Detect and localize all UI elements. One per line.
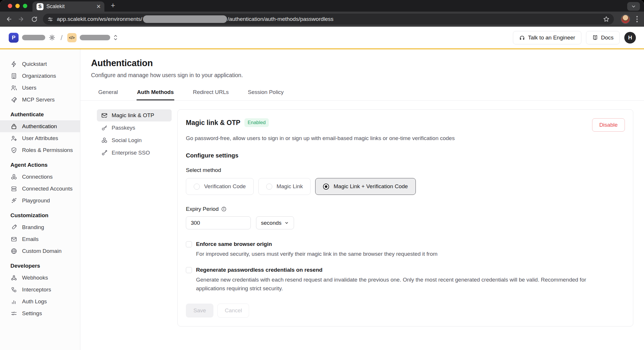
bar-chart-icon	[10, 298, 17, 305]
radio-icon	[266, 184, 272, 190]
tab-close-icon[interactable]: ✕	[96, 4, 101, 9]
method-nav-label: Passkeys	[112, 125, 135, 131]
sidebar-item-label: Emails	[22, 236, 39, 242]
site-settings-icon[interactable]	[46, 15, 55, 23]
method-nav-label: Enterprise SSO	[112, 150, 150, 156]
save-button[interactable]: Save	[186, 304, 213, 318]
address-bar[interactable]: app.scalekit.com/ws/environments//authen…	[43, 14, 614, 25]
browser-profile-avatar[interactable]	[621, 14, 630, 24]
minimize-window-button[interactable]	[15, 4, 20, 8]
project-logo[interactable]: P	[9, 33, 19, 43]
cubes-icon	[101, 137, 108, 144]
sidebar-item-connections[interactable]: Connections	[0, 171, 80, 183]
sidebar-item-label: Webhooks	[22, 275, 48, 281]
tab-session-policy[interactable]: Session Policy	[247, 86, 284, 100]
environment-badge[interactable]: </>	[67, 33, 77, 42]
book-icon	[592, 35, 598, 41]
sidebar-item-interceptors[interactable]: Interceptors	[0, 284, 80, 295]
radio-label: Magic Link	[277, 183, 303, 190]
headphones-icon	[519, 35, 525, 41]
enforce-origin-row: Enforce same browser origin	[186, 241, 625, 247]
page-subtitle: Configure and manage how users sign in t…	[91, 72, 644, 79]
code-icon: </>	[69, 35, 75, 40]
disable-button[interactable]: Disable	[592, 118, 625, 132]
reload-icon	[31, 16, 38, 23]
enforce-origin-label: Enforce same browser origin	[196, 241, 272, 247]
page-title: Authentication	[91, 58, 644, 68]
select-method-label: Select method	[186, 167, 625, 173]
app-header: P / </> Talk to an Engineer Docs H	[0, 27, 644, 49]
sidebar-item-playground[interactable]: Playground	[0, 195, 80, 206]
sidebar-item-label: Auth Logs	[22, 298, 47, 305]
tab-auth-methods[interactable]: Auth Methods	[137, 86, 175, 100]
browser-tab-scalekit[interactable]: S Scalekit ✕	[32, 1, 104, 12]
sidebar-item-users[interactable]: Users	[0, 82, 80, 94]
building-icon	[10, 72, 17, 79]
info-icon[interactable]	[221, 206, 227, 212]
radio-verification-code[interactable]: Verification Code	[186, 178, 254, 195]
main-content: Authentication Configure and manage how …	[80, 49, 644, 350]
regenerate-credentials-description: Generate new credentials with each resen…	[196, 275, 615, 293]
sidebar-item-custom-domain[interactable]: Custom Domain	[0, 245, 80, 257]
key-icon	[101, 124, 108, 131]
sidebar-item-quickstart[interactable]: Quickstart	[0, 58, 80, 70]
radio-magic-link[interactable]: Magic Link	[258, 178, 311, 195]
sidebar-item-connected-accounts[interactable]: Connected Accounts	[0, 183, 80, 195]
sidebar-item-authentication[interactable]: Authentication	[0, 120, 80, 132]
tab-general[interactable]: General	[98, 86, 119, 100]
reload-button[interactable]	[28, 13, 40, 25]
method-nav-magic-link-otp[interactable]: Magic link & OTP	[97, 109, 172, 121]
sidebar-item-mcp-servers[interactable]: MCP Servers	[0, 94, 80, 106]
docs-button[interactable]: Docs	[586, 31, 620, 44]
bookmark-star-icon[interactable]	[603, 16, 610, 23]
url-suffix: /authentication/auth-methods/passwordles…	[228, 16, 333, 22]
tab-redirect-urls[interactable]: Redirect URLs	[192, 86, 229, 100]
back-button[interactable]	[3, 13, 14, 25]
sidebar-item-label: Connections	[22, 174, 53, 180]
expiry-unit-value: seconds	[261, 220, 282, 226]
method-nav-passkeys[interactable]: Passkeys	[97, 122, 172, 134]
method-nav-social-login[interactable]: Social Login	[97, 134, 172, 146]
user-gear-icon	[10, 135, 17, 142]
sidebar-item-branding[interactable]: Branding	[0, 221, 80, 233]
radio-magic-link-verification-code[interactable]: Magic Link + Verification Code	[315, 178, 416, 195]
sidebar-item-settings[interactable]: Settings	[0, 307, 80, 319]
sidebar-item-label: Settings	[22, 310, 42, 317]
new-tab-button[interactable]: +	[108, 0, 117, 10]
sidebar-item-auth-logs[interactable]: Auth Logs	[0, 295, 80, 307]
docs-label: Docs	[601, 35, 614, 41]
environment-switcher-button[interactable]	[113, 35, 118, 41]
talk-to-engineer-button[interactable]: Talk to an Engineer	[513, 31, 581, 44]
stacked-accounts-icon	[10, 185, 17, 192]
regenerate-credentials-row: Regenerate passwordless credentials on r…	[186, 267, 625, 273]
zoom-window-button[interactable]	[23, 4, 27, 8]
tab-search-chevron-button[interactable]	[627, 2, 640, 11]
sidebar-item-webhooks[interactable]: Webhooks	[0, 272, 80, 284]
shield-check-icon	[10, 147, 17, 154]
sidebar-item-organizations[interactable]: Organizations	[0, 70, 80, 82]
forward-button[interactable]	[16, 13, 27, 25]
regenerate-credentials-checkbox[interactable]	[186, 267, 192, 273]
radio-label: Verification Code	[204, 183, 246, 190]
user-avatar[interactable]: H	[624, 32, 636, 43]
browser-menu-button[interactable]	[634, 16, 640, 22]
sidebar-item-label: Connected Accounts	[22, 186, 72, 192]
enforce-origin-checkbox[interactable]	[186, 241, 192, 247]
close-window-button[interactable]	[8, 4, 12, 8]
redacted-project-name	[22, 35, 45, 40]
method-nav-enterprise-sso[interactable]: Enterprise SSO	[97, 147, 172, 159]
redacted-environment-name	[80, 35, 110, 40]
expiry-unit-select[interactable]: seconds	[256, 216, 294, 229]
sidebar-item-user-attributes[interactable]: User Attributes	[0, 132, 80, 144]
browser-tab-strip: S Scalekit ✕ +	[0, 0, 644, 12]
scalekit-favicon: S	[37, 3, 43, 10]
expiry-value-input[interactable]	[186, 216, 251, 229]
sidebar-item-label: Quickstart	[22, 61, 47, 67]
sidebar-section-customization: Customization	[0, 209, 80, 221]
cancel-button[interactable]: Cancel	[217, 304, 249, 318]
project-settings-button[interactable]	[49, 34, 55, 41]
sidebar-item-label: Branding	[22, 224, 44, 231]
chevron-down-icon	[631, 4, 636, 9]
sidebar-item-roles-permissions[interactable]: Roles & Permissions	[0, 144, 80, 156]
sidebar-item-emails[interactable]: Emails	[0, 233, 80, 245]
